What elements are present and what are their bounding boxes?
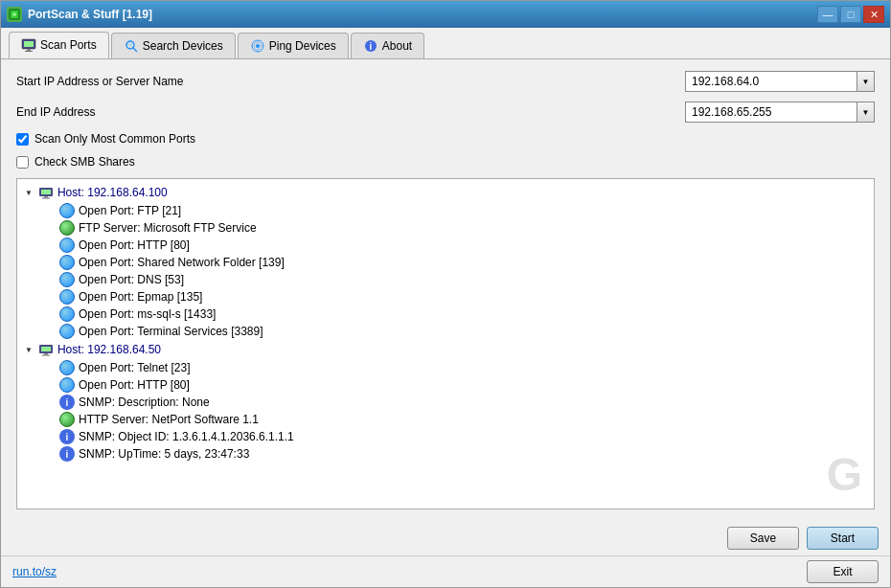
watermark: G xyxy=(827,448,862,501)
end-ip-row: End IP Address ▼ xyxy=(16,102,875,123)
tab-scan-ports-label: Scan Ports xyxy=(40,38,97,52)
port-icon-2-3: i xyxy=(59,395,75,410)
port-icon-2-2 xyxy=(59,377,75,393)
port-item-1-5[interactable]: Open Port: DNS [53] xyxy=(21,271,870,288)
port-label-1-3: Open Port: HTTP [80] xyxy=(79,238,190,252)
main-content: Start IP Address or Server Name ▼ End IP… xyxy=(1,59,890,521)
tab-ping-devices-label: Ping Devices xyxy=(269,39,336,53)
port-item-1-1[interactable]: Open Port: FTP [21] xyxy=(21,202,870,219)
port-icon-1-5 xyxy=(59,272,75,287)
port-label-2-5: SNMP: Object ID: 1.3.6.1.4.1.2036.6.1.1.… xyxy=(79,430,294,443)
main-window: PortScan & Stuff [1.19] — □ ✕ Scan Ports xyxy=(0,0,891,588)
port-icon-2-1 xyxy=(59,360,75,375)
end-ip-label: End IP Address xyxy=(16,105,96,119)
close-button[interactable]: ✕ xyxy=(863,6,884,23)
tab-ping-devices[interactable]: Ping Devices xyxy=(238,33,349,58)
start-ip-control: ▼ xyxy=(685,71,875,92)
port-label-1-2: FTP Server: Microsoft FTP Service xyxy=(79,221,257,235)
svg-rect-19 xyxy=(44,196,48,198)
port-item-2-4[interactable]: HTTP Server: NetPort Software 1.1 xyxy=(21,411,870,428)
svg-point-9 xyxy=(128,43,132,47)
title-bar-left: PortScan & Stuff [1.19] xyxy=(7,7,152,22)
port-item-1-4[interactable]: Open Port: Shared Network Folder [139] xyxy=(21,254,870,271)
port-label-1-8: Open Port: Terminal Services [3389] xyxy=(79,325,263,338)
port-icon-2-5: i xyxy=(59,429,75,444)
title-controls: — □ ✕ xyxy=(817,6,884,23)
start-ip-dropdown[interactable]: ▼ xyxy=(857,71,875,92)
scan-common-ports-checkbox[interactable] xyxy=(16,133,29,146)
scan-ports-icon xyxy=(21,37,36,53)
port-label-2-3: SNMP: Description: None xyxy=(79,396,210,409)
about-icon: i xyxy=(363,38,378,54)
host-label-2: Host: 192.168.64.50 xyxy=(57,343,161,356)
svg-rect-18 xyxy=(41,190,51,194)
svg-rect-6 xyxy=(25,51,33,52)
check-smb-row: Check SMB Shares xyxy=(16,155,875,169)
tab-scan-ports[interactable]: Scan Ports xyxy=(9,32,109,58)
port-item-2-2[interactable]: Open Port: HTTP [80] xyxy=(21,376,870,394)
port-icon-1-7 xyxy=(59,306,75,322)
end-ip-dropdown[interactable]: ▼ xyxy=(857,102,875,123)
svg-line-8 xyxy=(133,48,137,52)
host-group-2: ▼ Host: 192.168.64.50 Open Port: Telnet … xyxy=(21,340,870,463)
bottom-buttons-bar: Save Start xyxy=(1,521,890,555)
svg-rect-5 xyxy=(27,49,31,51)
port-item-2-6[interactable]: i SNMP: UpTime: 5 days, 23:47:33 xyxy=(21,445,870,463)
exit-button[interactable]: Exit xyxy=(807,560,879,583)
window-title: PortScan & Stuff [1.19] xyxy=(28,8,152,21)
host-item-1[interactable]: ▼ Host: 192.168.64.100 xyxy=(21,183,870,202)
port-icon-1-4 xyxy=(59,255,75,270)
port-item-2-5[interactable]: i SNMP: Object ID: 1.3.6.1.4.1.2036.6.1.… xyxy=(21,428,870,445)
port-icon-1-3 xyxy=(59,237,75,253)
port-label-1-7: Open Port: ms-sql-s [1433] xyxy=(79,307,216,321)
check-smb-label: Check SMB Shares xyxy=(34,155,135,169)
port-item-1-2[interactable]: FTP Server: Microsoft FTP Service xyxy=(21,219,870,237)
port-icon-2-4 xyxy=(59,412,75,427)
port-item-1-7[interactable]: Open Port: ms-sql-s [1433] xyxy=(21,305,870,323)
end-ip-control: ▼ xyxy=(685,102,875,123)
port-label-1-5: Open Port: DNS [53] xyxy=(79,273,184,286)
host-icon-2 xyxy=(38,342,54,357)
results-panel[interactable]: ▼ Host: 192.168.64.100 Open Port: FTP [2… xyxy=(16,178,875,509)
port-icon-2-6: i xyxy=(59,446,75,462)
status-link[interactable]: run.to/sz xyxy=(12,565,57,578)
svg-rect-23 xyxy=(44,353,48,355)
scan-common-ports-label: Scan Only Most Common Ports xyxy=(34,132,195,146)
start-ip-row: Start IP Address or Server Name ▼ xyxy=(16,71,875,92)
svg-rect-24 xyxy=(42,355,50,356)
check-smb-checkbox[interactable] xyxy=(16,156,29,169)
start-ip-input[interactable] xyxy=(685,71,857,92)
host-item-2[interactable]: ▼ Host: 192.168.64.50 xyxy=(21,340,870,359)
svg-point-2 xyxy=(12,12,16,16)
port-item-1-8[interactable]: Open Port: Terminal Services [3389] xyxy=(21,323,870,340)
svg-rect-22 xyxy=(41,347,51,351)
port-item-1-6[interactable]: Open Port: Epmap [135] xyxy=(21,288,870,305)
port-icon-1-2 xyxy=(59,220,75,236)
save-button[interactable]: Save xyxy=(727,527,799,550)
host-icon-1 xyxy=(38,185,54,200)
tab-search-devices-label: Search Devices xyxy=(143,39,223,53)
port-label-2-6: SNMP: UpTime: 5 days, 23:47:33 xyxy=(79,447,249,461)
start-ip-label: Start IP Address or Server Name xyxy=(16,75,184,88)
host-label-1: Host: 192.168.64.100 xyxy=(57,186,168,199)
port-item-1-3[interactable]: Open Port: HTTP [80] xyxy=(21,237,870,254)
start-button[interactable]: Start xyxy=(807,527,879,550)
port-icon-1-1 xyxy=(59,203,75,218)
port-item-2-3[interactable]: i SNMP: Description: None xyxy=(21,394,870,411)
tab-search-devices[interactable]: Search Devices xyxy=(111,33,236,58)
port-label-2-2: Open Port: HTTP [80] xyxy=(79,378,190,392)
port-label-1-6: Open Port: Epmap [135] xyxy=(79,290,202,304)
svg-rect-4 xyxy=(24,41,34,47)
tab-about-label: About xyxy=(382,39,412,53)
svg-rect-20 xyxy=(42,198,50,199)
port-label-1-1: Open Port: FTP [21] xyxy=(79,204,181,217)
maximize-button[interactable]: □ xyxy=(840,6,861,23)
tab-about[interactable]: i About xyxy=(351,33,424,58)
title-bar: PortScan & Stuff [1.19] — □ ✕ xyxy=(1,1,890,28)
expand-icon-2: ▼ xyxy=(25,346,33,354)
port-item-2-1[interactable]: Open Port: Telnet [23] xyxy=(21,359,870,376)
end-ip-input[interactable] xyxy=(685,102,857,123)
minimize-button[interactable]: — xyxy=(817,6,838,23)
port-icon-1-6 xyxy=(59,289,75,305)
port-label-1-4: Open Port: Shared Network Folder [139] xyxy=(79,256,285,269)
